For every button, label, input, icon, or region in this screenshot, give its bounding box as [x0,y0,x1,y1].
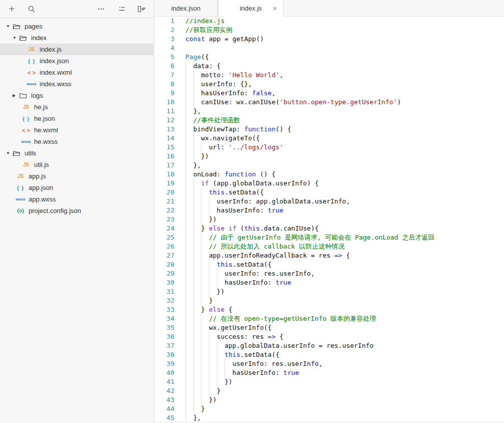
tree-file-he.js[interactable]: JShe.js [0,101,154,113]
code-line[interactable]: 10canIUse: wx.canIUse('button.open-type.… [154,98,504,107]
tree-file-util.js[interactable]: JSutil.js [0,159,154,170]
code-line[interactable]: 16}) [154,152,504,161]
line-number: 5 [154,53,174,62]
code-line[interactable]: 8userInfo: {}, [154,80,504,89]
code-line[interactable]: 40hasUserInfo: true [154,368,504,377]
code-line[interactable]: 20this.setData({ [154,188,504,197]
code-line[interactable]: 43}) [154,395,504,404]
chevron-expanded-icon[interactable]: ▼ [13,36,19,40]
tree-label: index.wxss [40,80,72,88]
code-line[interactable]: 18onLoad: function () { [154,170,504,179]
code-line[interactable]: 27app.userInfoReadyCallback = res => { [154,251,504,260]
tree-file-index.js[interactable]: JSindex.js [0,44,154,55]
indent-guide [201,269,209,278]
code-line[interactable]: 24} else if (this.data.canIUse){ [154,224,504,233]
code-line[interactable]: 26// 所以此处加入 callback 以防止这种情况 [154,242,504,251]
collapse-all-icon[interactable] [117,5,126,14]
code-line-text: }) [185,395,217,404]
indent-guide [209,377,217,386]
code-line[interactable]: 3const app = getApp() [154,35,504,44]
tree-file-he.wxml[interactable]: < >he.wxml [0,124,154,136]
code-line[interactable]: 37app.globalData.userInfo = res.userInfo [154,341,504,350]
code-line[interactable]: 29userInfo: res.userInfo, [154,269,504,278]
js-file-icon: JS [26,47,37,52]
code-line[interactable]: 38this.setData({ [154,350,504,359]
code-line[interactable]: 21userInfo: app.globalData.userInfo, [154,197,504,206]
code-line[interactable]: 1//index.js [154,17,504,26]
tree-folder-logs[interactable]: ▶logs [0,90,154,101]
code-line[interactable]: 23}) [154,215,504,224]
code-line[interactable]: 9hasUserInfo: false, [154,89,504,98]
code-line[interactable]: 12//事件处理函数 [154,116,504,125]
indent-guide [185,278,193,287]
indent-guide [193,98,201,107]
json-file-icon: { } [26,58,37,64]
code-line[interactable]: 31}) [154,287,504,296]
code-line[interactable]: 41}) [154,377,504,386]
code-line[interactable]: 11}, [154,107,504,116]
tree-folder-index[interactable]: ▼index [0,32,154,44]
code-line[interactable]: 32} [154,296,504,305]
code-line[interactable]: 36success: res => { [154,332,504,341]
code-line[interactable]: 33} else { [154,305,504,314]
new-file-icon[interactable] [7,5,16,14]
code-line[interactable]: 45}, [154,413,504,421]
code-line[interactable]: 2//获取应用实例 [154,26,504,35]
code-line[interactable]: 35wx.getUserInfo({ [154,323,504,332]
code-line[interactable]: 30hasUserInfo: true [154,278,504,287]
code-line[interactable]: 44} [154,404,504,413]
code-line[interactable]: 39userInfo: res.userInfo, [154,359,504,368]
tab-label: index.js [239,5,262,12]
indent-guide [185,179,193,188]
tree-file-index.wxml[interactable]: < >index.wxml [0,67,154,78]
code-line[interactable]: 5Page({ [154,53,504,62]
tree-file-project.config.json[interactable]: {o}project.config.json [0,205,154,217]
tree-file-index.json[interactable]: { }index.json [0,55,154,67]
indent-guide [185,395,193,404]
tree-file-he.wxss[interactable]: wxsshe.wxss [0,136,154,147]
code-line[interactable]: 4 [154,44,504,53]
tree-file-app.js[interactable]: JSapp.js [0,170,154,182]
tree-folder-utils[interactable]: ▼utils [0,147,154,159]
chevron-expanded-icon[interactable]: ▼ [6,151,13,155]
code-line[interactable]: 6data: { [154,62,504,71]
code-line[interactable]: 19if (app.globalData.userInfo) { [154,179,504,188]
code-editor[interactable]: 1//index.js2//获取应用实例3const app = getApp(… [154,17,504,421]
indent-guide [201,206,209,215]
tree-file-index.wxss[interactable]: wxssindex.wxss [0,78,154,90]
line-number: 32 [154,296,174,305]
line-number: 35 [154,323,174,332]
code-line[interactable]: 13bindViewTap: function() { [154,125,504,134]
code-line[interactable]: 42} [154,386,504,395]
code-line-text: app.globalData.userInfo = res.userInfo [185,341,374,350]
indent-guide [193,215,201,224]
close-tab-icon[interactable]: × [273,5,277,12]
tab-index.json[interactable]: index.json [154,0,218,16]
code-line[interactable]: 17}, [154,161,504,170]
hide-sidebar-icon[interactable] [137,5,146,14]
code-line[interactable]: 7motto: 'Hello World', [154,71,504,80]
chevron-collapsed-icon[interactable]: ▶ [13,93,19,98]
code-line[interactable]: 25// 由于 getUserInfo 是网络请求, 可能会在 Page.onL… [154,233,504,242]
chevron-expanded-icon[interactable]: ▼ [6,24,13,29]
code-line[interactable]: 28this.setData({ [154,260,504,269]
tab-index.js[interactable]: index.js× [218,0,284,17]
code-line-text: // 所以此处加入 callback 以防止这种情况 [185,242,345,251]
tree-label: app.wxss [29,195,56,203]
more-options-icon[interactable] [97,5,106,14]
code-line[interactable]: 22hasUserInfo: true [154,206,504,215]
line-number: 8 [154,80,174,89]
tree-folder-pages[interactable]: ▼pages [0,21,154,32]
code-line[interactable]: 14wx.navigateTo({ [154,134,504,143]
line-number: 15 [154,143,174,152]
indent-guide [185,89,193,98]
code-line[interactable]: 34// 在没有 open-type=getUserInfo 版本的兼容处理 [154,314,504,323]
tree-file-app.json[interactable]: { }app.json [0,182,154,193]
tree-file-app.wxss[interactable]: wxssapp.wxss [0,193,154,205]
indent-guide [201,197,209,206]
search-icon[interactable] [27,5,36,14]
code-line[interactable]: 15url: '../logs/logs' [154,143,504,152]
indent-guide [185,332,193,341]
tree-file-he.json[interactable]: { }he.json [0,113,154,124]
folder-open-icon [13,23,22,30]
